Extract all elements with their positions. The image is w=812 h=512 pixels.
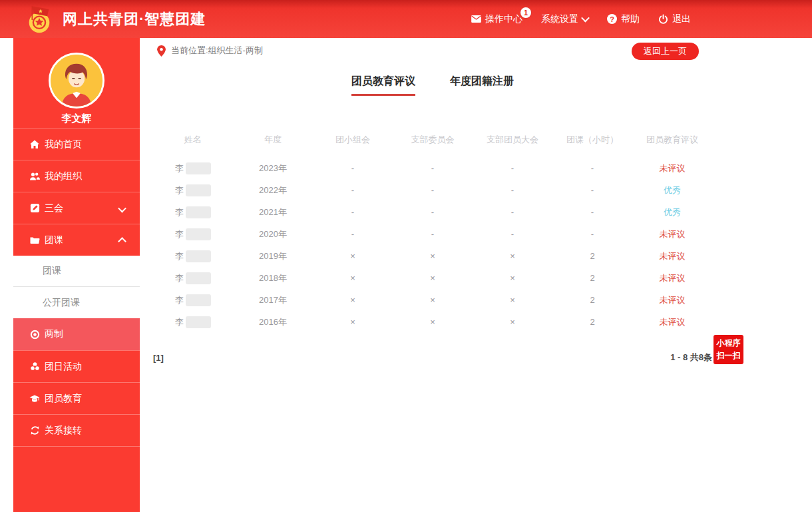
action-center-label: 操作中心 — [485, 13, 522, 25]
cell-branch-member-meeting: × — [473, 295, 552, 305]
users-icon — [29, 171, 40, 182]
cell-group-meeting: × — [313, 317, 393, 327]
mail-icon — [471, 15, 481, 23]
sidebar-item-label: 团日活动 — [45, 361, 82, 373]
member-name: 李 — [175, 272, 184, 284]
cell-branch-member-meeting: - — [473, 229, 552, 239]
evaluation-table: 姓名 年度 团小组会 支部委员会 支部团员大会 团课（小时） 团员教育评议 李 … — [153, 128, 712, 333]
submenu-item-label: 公开团课 — [43, 297, 80, 309]
cell-branch-committee: × — [393, 273, 473, 283]
sidebar-item-label: 我的首页 — [45, 138, 82, 150]
logout-label: 退出 — [672, 13, 691, 25]
redacted-name-blur — [186, 316, 211, 328]
table-row: 李 2020年 - - - - 未评议 — [153, 223, 712, 245]
sidebar-item-my-homepage[interactable]: 我的首页 — [13, 128, 140, 160]
cell-name: 李 — [153, 316, 233, 328]
redacted-name-blur — [186, 272, 211, 284]
sidebar-item-my-organization[interactable]: 我的组织 — [13, 160, 140, 192]
cell-year: 2022年 — [233, 184, 313, 196]
cell-group-meeting: × — [313, 251, 393, 261]
cell-name: 李 — [153, 228, 233, 240]
table-row: 李 2023年 - - - - 未评议 — [153, 157, 712, 179]
system-settings-button[interactable]: 系统设置 — [541, 13, 588, 25]
sidebar-item-relation-transfer[interactable]: 关系接转 — [13, 414, 140, 446]
cell-branch-committee: × — [393, 317, 473, 327]
back-button[interactable]: 返回上一页 — [632, 43, 699, 60]
table-body: 李 2023年 - - - - 未评议 李 2022年 - - - - 优秀 — [153, 157, 712, 333]
cell-branch-committee: - — [393, 229, 473, 239]
cell-branch-member-meeting: × — [473, 317, 552, 327]
profile-section: 李文辉 — [13, 38, 140, 128]
mini-badge-line2: 扫一扫 — [717, 350, 741, 362]
redacted-name-blur — [186, 250, 211, 262]
cell-class-hours: 2 — [552, 317, 632, 327]
cell-evaluation: 未评议 — [632, 228, 712, 240]
league-emblem-logo — [24, 4, 55, 35]
cell-group-meeting: - — [313, 163, 393, 173]
cell-name: 李 — [153, 294, 233, 306]
cell-year: 2017年 — [233, 294, 313, 306]
cell-name: 李 — [153, 206, 233, 218]
cell-evaluation: 未评议 — [632, 316, 712, 328]
cell-branch-member-meeting: × — [473, 251, 552, 261]
sidebar-item-two-systems[interactable]: 两制 — [13, 318, 140, 350]
sidebar-item-label: 我的组织 — [45, 170, 82, 182]
help-button[interactable]: ? 帮助 — [607, 13, 640, 25]
cell-name: 李 — [153, 250, 233, 262]
cell-year: 2019年 — [233, 250, 313, 262]
cell-evaluation: 未评议 — [632, 162, 712, 174]
cell-group-meeting: × — [313, 295, 393, 305]
sidebar-item-member-education[interactable]: 团员教育 — [13, 382, 140, 414]
sidebar-subitem-league-class[interactable]: 团课 — [13, 256, 140, 287]
target-icon — [29, 329, 40, 340]
table-header-row: 姓名 年度 团小组会 支部委员会 支部团员大会 团课（小时） 团员教育评议 — [153, 128, 712, 152]
power-icon — [658, 14, 668, 24]
cell-class-hours: - — [552, 229, 632, 239]
column-header-year: 年度 — [233, 134, 313, 146]
pagination-summary: 1 - 8 共8条 — [670, 352, 712, 364]
cell-year: 2021年 — [233, 206, 313, 218]
member-name: 李 — [175, 184, 184, 196]
submenu-item-label: 团课 — [43, 265, 61, 277]
cell-group-meeting: - — [313, 185, 393, 195]
cell-year: 2016年 — [233, 316, 313, 328]
cell-class-hours: 2 — [552, 295, 632, 305]
column-header-evaluation: 团员教育评议 — [632, 134, 712, 146]
mini-badge-line1: 小程序 — [717, 337, 741, 350]
table-row: 李 2022年 - - - - 优秀 — [153, 179, 712, 201]
cell-branch-member-meeting: - — [473, 163, 552, 173]
location-pin-icon — [157, 45, 166, 57]
cell-year: 2020年 — [233, 228, 313, 240]
sidebar-item-league-day-activities[interactable]: 团日活动 — [13, 350, 140, 382]
redacted-name-blur — [186, 294, 211, 306]
column-header-branch-committee: 支部委员会 — [393, 134, 473, 146]
avatar — [49, 53, 104, 109]
home-icon — [29, 139, 40, 150]
league-class-submenu: 团课 公开团课 — [13, 256, 140, 318]
tab-member-education-review[interactable]: 团员教育评议 — [351, 75, 415, 96]
cell-class-hours: 2 — [552, 251, 632, 261]
redacted-name-blur — [186, 228, 211, 240]
redacted-name-blur — [186, 206, 211, 218]
member-name: 李 — [175, 206, 184, 218]
column-header-class-hours: 团课（小时） — [552, 134, 632, 146]
mini-program-qr-badge[interactable]: 小程序 扫一扫 — [713, 335, 743, 364]
action-center-button[interactable]: 操作中心 1 — [471, 13, 522, 25]
graduation-cap-icon — [29, 393, 40, 404]
sidebar-item-league-class[interactable]: 团课 — [13, 224, 140, 256]
cell-class-hours: - — [552, 163, 632, 173]
app-title: 网上共青团·智慧团建 — [63, 9, 206, 29]
cell-class-hours: - — [552, 185, 632, 195]
sidebar-item-label: 团员教育 — [45, 393, 82, 405]
sidebar-item-three-meetings[interactable]: 三会 — [13, 192, 140, 224]
sidebar-subitem-public-league-class[interactable]: 公开团课 — [13, 287, 140, 318]
cell-evaluation: 未评议 — [632, 250, 712, 262]
cell-group-meeting: × — [313, 273, 393, 283]
tab-annual-league-registration[interactable]: 年度团籍注册 — [450, 75, 514, 96]
page-number[interactable]: [1] — [153, 353, 164, 363]
sidebar: 李文辉 我的首页 我的组织 三会 团课 — [13, 38, 140, 512]
table-row: 李 2016年 × × × 2 未评议 — [153, 311, 712, 333]
cell-year: 2023年 — [233, 162, 313, 174]
logout-button[interactable]: 退出 — [658, 13, 691, 25]
sidebar-item-label: 团课 — [45, 234, 63, 246]
